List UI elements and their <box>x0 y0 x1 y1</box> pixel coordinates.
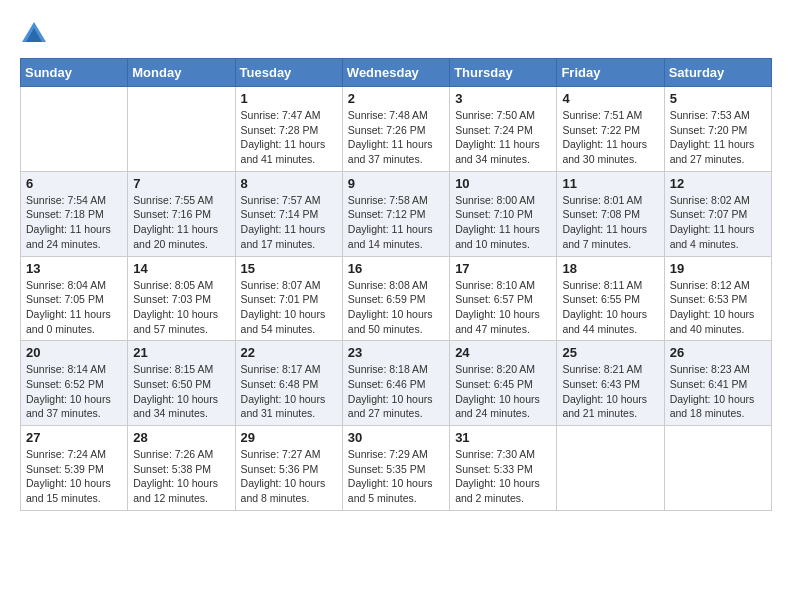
col-header-wednesday: Wednesday <box>342 59 449 87</box>
page-header <box>20 20 772 48</box>
day-info: Sunrise: 8:08 AM Sunset: 6:59 PM Dayligh… <box>348 278 444 337</box>
day-number: 31 <box>455 430 551 445</box>
day-info: Sunrise: 8:12 AM Sunset: 6:53 PM Dayligh… <box>670 278 766 337</box>
calendar-cell: 21Sunrise: 8:15 AM Sunset: 6:50 PM Dayli… <box>128 341 235 426</box>
calendar-week-row: 13Sunrise: 8:04 AM Sunset: 7:05 PM Dayli… <box>21 256 772 341</box>
calendar-cell: 20Sunrise: 8:14 AM Sunset: 6:52 PM Dayli… <box>21 341 128 426</box>
day-info: Sunrise: 8:15 AM Sunset: 6:50 PM Dayligh… <box>133 362 229 421</box>
day-number: 14 <box>133 261 229 276</box>
col-header-sunday: Sunday <box>21 59 128 87</box>
day-number: 27 <box>26 430 122 445</box>
day-number: 13 <box>26 261 122 276</box>
calendar-cell <box>664 426 771 511</box>
logo <box>20 20 52 48</box>
day-number: 23 <box>348 345 444 360</box>
calendar-cell: 28Sunrise: 7:26 AM Sunset: 5:38 PM Dayli… <box>128 426 235 511</box>
day-number: 9 <box>348 176 444 191</box>
day-info: Sunrise: 7:53 AM Sunset: 7:20 PM Dayligh… <box>670 108 766 167</box>
day-number: 3 <box>455 91 551 106</box>
calendar-cell <box>557 426 664 511</box>
day-number: 11 <box>562 176 658 191</box>
calendar-cell: 11Sunrise: 8:01 AM Sunset: 7:08 PM Dayli… <box>557 171 664 256</box>
day-number: 15 <box>241 261 337 276</box>
day-number: 12 <box>670 176 766 191</box>
calendar-cell: 14Sunrise: 8:05 AM Sunset: 7:03 PM Dayli… <box>128 256 235 341</box>
day-info: Sunrise: 8:00 AM Sunset: 7:10 PM Dayligh… <box>455 193 551 252</box>
calendar-cell: 10Sunrise: 8:00 AM Sunset: 7:10 PM Dayli… <box>450 171 557 256</box>
day-info: Sunrise: 8:23 AM Sunset: 6:41 PM Dayligh… <box>670 362 766 421</box>
day-info: Sunrise: 8:17 AM Sunset: 6:48 PM Dayligh… <box>241 362 337 421</box>
calendar-week-row: 1Sunrise: 7:47 AM Sunset: 7:28 PM Daylig… <box>21 87 772 172</box>
day-number: 16 <box>348 261 444 276</box>
day-info: Sunrise: 8:21 AM Sunset: 6:43 PM Dayligh… <box>562 362 658 421</box>
day-number: 6 <box>26 176 122 191</box>
col-header-thursday: Thursday <box>450 59 557 87</box>
day-info: Sunrise: 7:55 AM Sunset: 7:16 PM Dayligh… <box>133 193 229 252</box>
day-number: 20 <box>26 345 122 360</box>
day-info: Sunrise: 7:54 AM Sunset: 7:18 PM Dayligh… <box>26 193 122 252</box>
day-info: Sunrise: 8:14 AM Sunset: 6:52 PM Dayligh… <box>26 362 122 421</box>
calendar-cell: 9Sunrise: 7:58 AM Sunset: 7:12 PM Daylig… <box>342 171 449 256</box>
day-info: Sunrise: 7:58 AM Sunset: 7:12 PM Dayligh… <box>348 193 444 252</box>
day-number: 10 <box>455 176 551 191</box>
logo-icon <box>20 20 48 48</box>
day-number: 26 <box>670 345 766 360</box>
day-number: 1 <box>241 91 337 106</box>
calendar-cell: 12Sunrise: 8:02 AM Sunset: 7:07 PM Dayli… <box>664 171 771 256</box>
calendar-cell: 26Sunrise: 8:23 AM Sunset: 6:41 PM Dayli… <box>664 341 771 426</box>
calendar-cell: 17Sunrise: 8:10 AM Sunset: 6:57 PM Dayli… <box>450 256 557 341</box>
calendar-cell: 31Sunrise: 7:30 AM Sunset: 5:33 PM Dayli… <box>450 426 557 511</box>
day-number: 7 <box>133 176 229 191</box>
calendar-week-row: 27Sunrise: 7:24 AM Sunset: 5:39 PM Dayli… <box>21 426 772 511</box>
day-info: Sunrise: 8:07 AM Sunset: 7:01 PM Dayligh… <box>241 278 337 337</box>
calendar-cell: 25Sunrise: 8:21 AM Sunset: 6:43 PM Dayli… <box>557 341 664 426</box>
calendar-cell: 27Sunrise: 7:24 AM Sunset: 5:39 PM Dayli… <box>21 426 128 511</box>
col-header-monday: Monday <box>128 59 235 87</box>
calendar-cell: 1Sunrise: 7:47 AM Sunset: 7:28 PM Daylig… <box>235 87 342 172</box>
day-number: 29 <box>241 430 337 445</box>
calendar-cell: 29Sunrise: 7:27 AM Sunset: 5:36 PM Dayli… <box>235 426 342 511</box>
day-number: 2 <box>348 91 444 106</box>
calendar-body: 1Sunrise: 7:47 AM Sunset: 7:28 PM Daylig… <box>21 87 772 511</box>
day-info: Sunrise: 8:02 AM Sunset: 7:07 PM Dayligh… <box>670 193 766 252</box>
day-number: 30 <box>348 430 444 445</box>
col-header-friday: Friday <box>557 59 664 87</box>
calendar-cell: 15Sunrise: 8:07 AM Sunset: 7:01 PM Dayli… <box>235 256 342 341</box>
day-info: Sunrise: 8:11 AM Sunset: 6:55 PM Dayligh… <box>562 278 658 337</box>
calendar-cell: 18Sunrise: 8:11 AM Sunset: 6:55 PM Dayli… <box>557 256 664 341</box>
day-info: Sunrise: 7:48 AM Sunset: 7:26 PM Dayligh… <box>348 108 444 167</box>
calendar-cell: 24Sunrise: 8:20 AM Sunset: 6:45 PM Dayli… <box>450 341 557 426</box>
calendar-header-row: SundayMondayTuesdayWednesdayThursdayFrid… <box>21 59 772 87</box>
calendar-cell: 8Sunrise: 7:57 AM Sunset: 7:14 PM Daylig… <box>235 171 342 256</box>
day-info: Sunrise: 7:29 AM Sunset: 5:35 PM Dayligh… <box>348 447 444 506</box>
day-number: 19 <box>670 261 766 276</box>
day-number: 4 <box>562 91 658 106</box>
day-info: Sunrise: 7:50 AM Sunset: 7:24 PM Dayligh… <box>455 108 551 167</box>
day-info: Sunrise: 8:04 AM Sunset: 7:05 PM Dayligh… <box>26 278 122 337</box>
day-info: Sunrise: 7:26 AM Sunset: 5:38 PM Dayligh… <box>133 447 229 506</box>
day-number: 8 <box>241 176 337 191</box>
day-info: Sunrise: 7:51 AM Sunset: 7:22 PM Dayligh… <box>562 108 658 167</box>
day-info: Sunrise: 7:27 AM Sunset: 5:36 PM Dayligh… <box>241 447 337 506</box>
day-number: 25 <box>562 345 658 360</box>
day-info: Sunrise: 7:24 AM Sunset: 5:39 PM Dayligh… <box>26 447 122 506</box>
day-number: 5 <box>670 91 766 106</box>
calendar-cell: 22Sunrise: 8:17 AM Sunset: 6:48 PM Dayli… <box>235 341 342 426</box>
day-number: 17 <box>455 261 551 276</box>
day-info: Sunrise: 8:05 AM Sunset: 7:03 PM Dayligh… <box>133 278 229 337</box>
calendar-cell: 30Sunrise: 7:29 AM Sunset: 5:35 PM Dayli… <box>342 426 449 511</box>
calendar-cell: 7Sunrise: 7:55 AM Sunset: 7:16 PM Daylig… <box>128 171 235 256</box>
calendar-cell: 4Sunrise: 7:51 AM Sunset: 7:22 PM Daylig… <box>557 87 664 172</box>
col-header-saturday: Saturday <box>664 59 771 87</box>
day-info: Sunrise: 8:18 AM Sunset: 6:46 PM Dayligh… <box>348 362 444 421</box>
day-info: Sunrise: 7:57 AM Sunset: 7:14 PM Dayligh… <box>241 193 337 252</box>
calendar-cell: 23Sunrise: 8:18 AM Sunset: 6:46 PM Dayli… <box>342 341 449 426</box>
day-info: Sunrise: 8:01 AM Sunset: 7:08 PM Dayligh… <box>562 193 658 252</box>
calendar-cell: 19Sunrise: 8:12 AM Sunset: 6:53 PM Dayli… <box>664 256 771 341</box>
calendar-cell <box>21 87 128 172</box>
calendar-cell: 6Sunrise: 7:54 AM Sunset: 7:18 PM Daylig… <box>21 171 128 256</box>
calendar-cell: 2Sunrise: 7:48 AM Sunset: 7:26 PM Daylig… <box>342 87 449 172</box>
day-number: 18 <box>562 261 658 276</box>
calendar-week-row: 20Sunrise: 8:14 AM Sunset: 6:52 PM Dayli… <box>21 341 772 426</box>
calendar-cell: 3Sunrise: 7:50 AM Sunset: 7:24 PM Daylig… <box>450 87 557 172</box>
